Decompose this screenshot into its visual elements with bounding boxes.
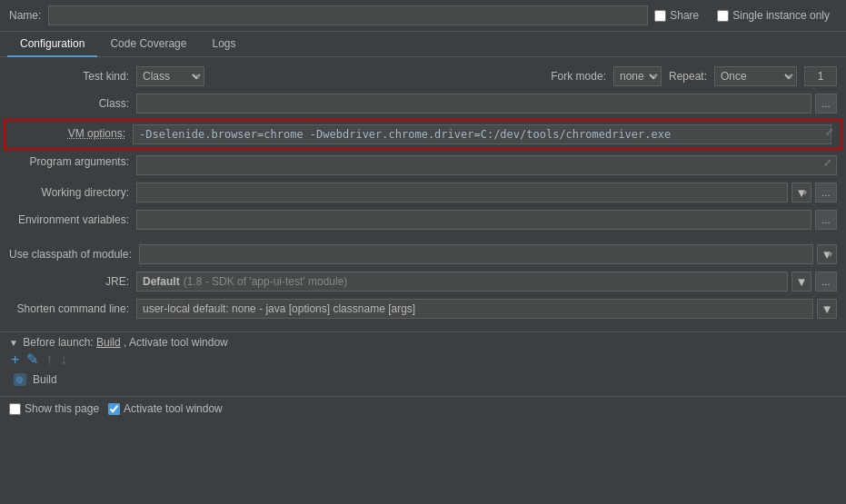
shorten-cmd-value: user-local default: none - java [options…: [143, 302, 415, 315]
shorten-cmd-dropdown-btn[interactable]: ▼: [817, 299, 837, 319]
before-launch-down-btn[interactable]: ↓: [58, 352, 69, 367]
classpath-dropdown-wrapper[interactable]: ▼: [817, 244, 837, 264]
jre-default-text: Default: [143, 275, 180, 288]
top-bar: Name: Share Single instance only: [0, 0, 846, 32]
activate-tool-checkbox[interactable]: [108, 403, 120, 415]
working-dir-row: Working directory: ▼ ...: [0, 179, 846, 206]
vm-options-label: VM options:: [15, 124, 133, 140]
svg-text:⚙: ⚙: [15, 375, 24, 385]
fork-mode-select[interactable]: none: [613, 66, 662, 86]
classpath-field: ▼: [139, 244, 837, 264]
top-right-controls: Share Single instance only: [654, 9, 837, 22]
test-kind-row: Test kind: Class Fork mode: none Repeat:…: [0, 63, 846, 90]
before-launch-activate-text: Activate tool window: [129, 336, 228, 349]
before-launch-edit-btn[interactable]: ✎: [25, 352, 40, 367]
tab-configuration[interactable]: Configuration: [7, 32, 97, 57]
classpath-label: Use classpath of module:: [9, 248, 139, 261]
activate-tool-label: Activate tool window: [124, 402, 223, 415]
tab-logs[interactable]: Logs: [199, 32, 248, 57]
class-row: Class: ...: [0, 90, 846, 117]
working-dir-input[interactable]: [136, 183, 788, 203]
vm-options-expand-icon[interactable]: ⤢: [825, 126, 833, 138]
before-launch-title: ▼ Before launch: Build , Activate tool w…: [9, 336, 837, 349]
show-page-label: Show this page: [25, 402, 99, 415]
single-instance-label: Single instance only: [732, 9, 830, 22]
show-page-checkbox-label[interactable]: Show this page: [9, 402, 99, 415]
test-kind-left: Class: [136, 66, 204, 86]
before-launch-up-btn[interactable]: ↑: [44, 352, 55, 367]
class-label: Class:: [9, 97, 136, 110]
jre-browse-btn[interactable]: ...: [815, 272, 837, 292]
before-launch-section: ▼ Before launch: Build , Activate tool w…: [0, 331, 846, 392]
shorten-cmd-label: Shorten command line:: [9, 302, 136, 315]
fork-mode-select-wrapper[interactable]: none: [613, 66, 662, 86]
bottom-bar: Show this page Activate tool window: [0, 396, 846, 420]
env-vars-row: Environment variables: ...: [0, 206, 846, 233]
jre-detail-text: (1.8 - SDK of 'app-ui-test' module): [184, 275, 348, 288]
shorten-cmd-row: Shorten command line: user-local default…: [0, 295, 846, 322]
test-kind-select-wrapper[interactable]: Class: [136, 66, 204, 86]
classpath-input[interactable]: [139, 244, 813, 264]
jre-row: JRE: Default (1.8 - SDK of 'app-ui-test'…: [0, 268, 846, 295]
classpath-row: Use classpath of module: ▼: [0, 241, 846, 268]
jre-field: Default (1.8 - SDK of 'app-ui-test' modu…: [136, 272, 837, 292]
name-input[interactable]: [48, 5, 648, 25]
config-content: Test kind: Class Fork mode: none Repeat:…: [0, 57, 846, 328]
name-label: Name:: [9, 9, 41, 22]
single-instance-checkbox[interactable]: [717, 10, 729, 22]
jre-label: JRE:: [9, 275, 136, 288]
working-dir-label: Working directory:: [9, 186, 136, 199]
test-kind-select[interactable]: Class: [136, 66, 204, 86]
env-vars-browse-btn[interactable]: ...: [815, 210, 837, 230]
jre-dropdown-btn[interactable]: ▼: [791, 272, 811, 292]
program-args-expand-icon[interactable]: ⤢: [823, 157, 831, 169]
fork-mode-label: Fork mode:: [551, 70, 606, 83]
share-checkbox[interactable]: [654, 10, 666, 22]
program-args-input[interactable]: [136, 155, 837, 175]
working-dir-dropdown-btn[interactable]: ▼: [791, 183, 811, 203]
env-vars-input[interactable]: [136, 210, 811, 230]
class-input[interactable]: [136, 94, 811, 114]
before-launch-add-btn[interactable]: +: [9, 352, 21, 367]
single-instance-checkbox-label[interactable]: Single instance only: [717, 9, 830, 22]
working-dir-dropdown-wrapper[interactable]: ▼: [791, 183, 811, 203]
build-item: ⚙ Build: [9, 371, 837, 389]
test-kind-right: Fork mode: none Repeat: Once N Times Unt…: [551, 66, 837, 86]
working-dir-field: ▼ ...: [136, 183, 837, 203]
activate-tool-checkbox-label[interactable]: Activate tool window: [108, 402, 223, 415]
program-args-row: Program arguments: ⤢: [0, 152, 846, 179]
show-page-checkbox[interactable]: [9, 403, 21, 415]
share-checkbox-label[interactable]: Share: [654, 9, 699, 22]
working-dir-browse-btn[interactable]: ...: [815, 183, 837, 203]
program-args-label: Program arguments:: [9, 155, 136, 168]
build-icon: ⚙: [13, 372, 27, 387]
before-launch-build-text: Build: [96, 336, 121, 349]
repeat-num-input[interactable]: [804, 66, 837, 86]
repeat-label: Repeat:: [669, 70, 707, 83]
repeat-select[interactable]: Once N Times Until Failure: [714, 66, 797, 86]
class-browse-button[interactable]: ...: [815, 94, 837, 114]
tab-code-coverage[interactable]: Code Coverage: [97, 32, 199, 57]
env-vars-field: ...: [136, 210, 837, 230]
env-vars-label: Environment variables:: [9, 213, 136, 226]
before-launch-toolbar: + ✎ ↑ ↓: [9, 352, 837, 367]
vm-options-row: VM options: ⤢: [4, 119, 842, 150]
build-label: Build: [33, 373, 57, 386]
before-launch-collapse-icon[interactable]: ▼: [9, 338, 18, 348]
classpath-dropdown-btn[interactable]: ▼: [817, 244, 837, 264]
repeat-select-wrapper[interactable]: Once N Times Until Failure: [714, 66, 797, 86]
share-label: Share: [670, 9, 699, 22]
before-launch-label-prefix: Before launch:: [23, 336, 96, 349]
shorten-cmd-field: user-local default: none - java [options…: [136, 299, 837, 319]
tab-bar: Configuration Code Coverage Logs: [0, 32, 846, 57]
vm-options-input[interactable]: [133, 124, 831, 144]
test-kind-label: Test kind:: [9, 70, 136, 83]
